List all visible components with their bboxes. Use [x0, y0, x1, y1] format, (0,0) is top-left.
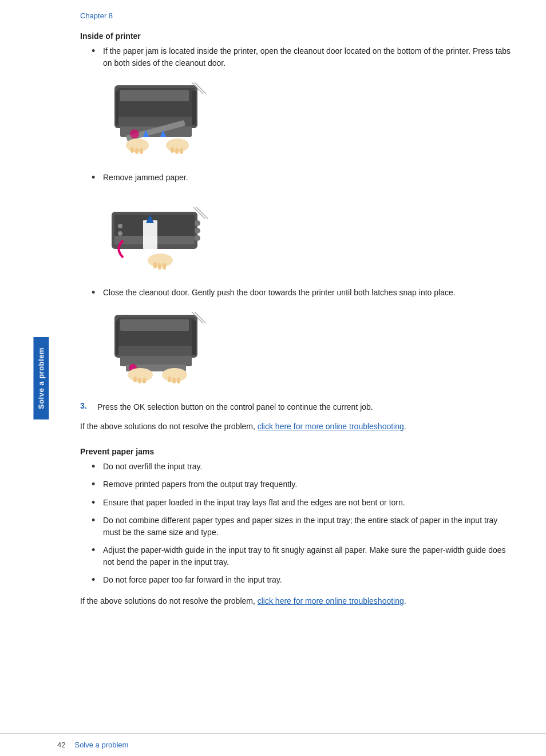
- list-item: • Do not overfill the input tray.: [92, 461, 512, 473]
- svg-point-25: [118, 224, 122, 228]
- svg-rect-51: [177, 378, 180, 383]
- bullet-icon: •: [92, 45, 101, 58]
- bullet-text: Close the cleanout door. Gently push the…: [103, 287, 456, 299]
- bullet-icon: •: [92, 172, 101, 184]
- footer-chapter-label: Solve a problem: [74, 741, 128, 749]
- list-item: • Ensure that paper loaded in the input …: [92, 497, 512, 509]
- chapter-label: Chapter 8: [80, 11, 512, 20]
- printer-illustration-2: [103, 195, 212, 275]
- printer-illustration-1: [103, 80, 212, 160]
- link-paragraph-1: If the above solutions do not resolve th…: [80, 420, 512, 433]
- list-item: • Adjust the paper-width guide in the in…: [92, 544, 512, 568]
- svg-rect-11: [130, 147, 134, 153]
- section2-title: Prevent paper jams: [80, 447, 512, 456]
- svg-point-26: [118, 231, 122, 236]
- bullet-icon: •: [92, 287, 101, 299]
- side-tab: Solve a problem: [33, 337, 49, 419]
- svg-rect-31: [153, 262, 157, 268]
- svg-line-35: [196, 207, 208, 219]
- bullet-icon: •: [92, 574, 101, 587]
- bullet-icon: •: [92, 478, 101, 491]
- svg-rect-39: [192, 320, 196, 355]
- svg-rect-38: [120, 319, 189, 331]
- list-item: • Do not combine different paper types a…: [92, 514, 512, 539]
- bullet-icon: •: [92, 497, 101, 509]
- link-prefix-1: If the above solutions do not resolve th…: [80, 422, 258, 431]
- bullet-icon: •: [92, 461, 101, 473]
- step-number: 3.: [80, 401, 97, 410]
- svg-point-17: [130, 129, 139, 138]
- svg-point-27: [195, 220, 200, 226]
- svg-rect-50: [172, 378, 176, 383]
- step-3: 3. Press the OK selection button on the …: [80, 401, 512, 413]
- list-item: • Close the cleanout door. Gently push t…: [92, 287, 512, 299]
- list-item: • Remove printed papers from the output …: [92, 478, 512, 491]
- svg-rect-47: [138, 378, 141, 383]
- printer-image-3: [103, 309, 512, 391]
- printer-image-2: [103, 195, 512, 276]
- link-prefix-2: If the above solutions do not resolve th…: [80, 596, 258, 605]
- list-item: • If the paper jam is located inside the…: [92, 45, 512, 69]
- bullet-text: Remove printed papers from the output tr…: [103, 478, 297, 490]
- bullet-text: Do not overfill the input tray.: [103, 461, 202, 473]
- printer-image-1: [103, 80, 512, 161]
- svg-rect-32: [158, 263, 161, 270]
- online-troubleshooting-link-1[interactable]: click here for more online troubleshooti…: [258, 422, 404, 431]
- list-item: • Do not force paper too far forward in …: [92, 574, 512, 587]
- svg-rect-16: [180, 148, 183, 154]
- printer-illustration-3: [103, 309, 212, 389]
- svg-rect-23: [143, 220, 157, 249]
- link-suffix-1: .: [404, 422, 406, 431]
- bullet-text: Adjust the paper-width guide in the inpu…: [103, 544, 512, 568]
- bullet-text: Remove jammed paper.: [103, 172, 188, 184]
- footer-page-number: 42: [57, 741, 65, 749]
- bullet-text: Do not combine different paper types and…: [103, 514, 512, 539]
- svg-rect-40: [116, 320, 118, 355]
- bullet-text: Ensure that paper loaded in the input tr…: [103, 497, 405, 509]
- svg-rect-33: [163, 263, 166, 270]
- bullet-text: Do not force paper too far forward in th…: [103, 574, 282, 586]
- footer: 42 Solve a problem: [0, 733, 546, 756]
- svg-rect-46: [133, 377, 137, 382]
- svg-point-29: [195, 235, 200, 241]
- svg-rect-49: [168, 377, 171, 382]
- bullet-icon: •: [92, 514, 101, 527]
- svg-rect-3: [192, 91, 196, 125]
- section1-title: Inside of printer: [80, 31, 512, 41]
- step-text: Press the OK selection button on the con…: [97, 401, 373, 413]
- svg-rect-12: [135, 148, 139, 154]
- side-tab-label: Solve a problem: [37, 347, 45, 409]
- svg-rect-15: [175, 148, 179, 154]
- svg-rect-2: [120, 90, 189, 101]
- link-suffix-2: .: [404, 596, 406, 605]
- svg-rect-13: [140, 148, 143, 154]
- svg-rect-48: [143, 378, 146, 383]
- bullet-icon: •: [92, 544, 101, 557]
- online-troubleshooting-link-2[interactable]: click here for more online troubleshooti…: [258, 596, 404, 605]
- svg-rect-4: [116, 91, 118, 125]
- svg-point-28: [195, 228, 200, 233]
- link-paragraph-2: If the above solutions do not resolve th…: [80, 595, 512, 607]
- list-item: • Remove jammed paper.: [92, 172, 512, 184]
- bullet-text: If the paper jam is located inside the p…: [103, 45, 512, 69]
- svg-rect-14: [171, 147, 174, 153]
